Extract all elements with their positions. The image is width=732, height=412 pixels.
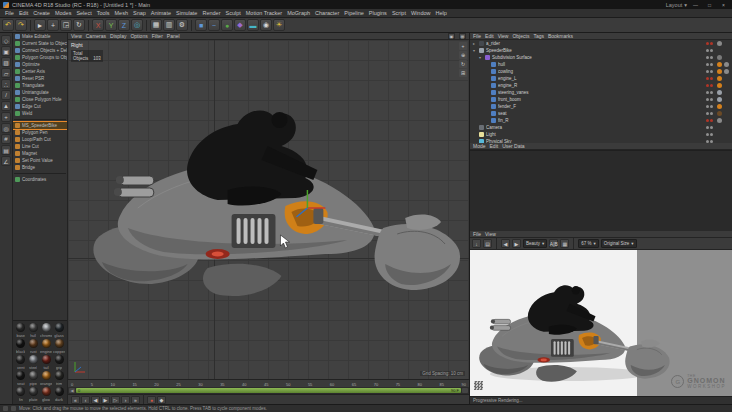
record-button[interactable]: ● (147, 396, 156, 404)
am-menu-item[interactable]: User Data (502, 143, 525, 149)
scale-tool[interactable]: ◲ (60, 19, 72, 31)
object-row[interactable]: fender_F (470, 103, 732, 110)
command-item[interactable]: Line Cut (13, 143, 67, 150)
maximize-button[interactable]: □ (704, 1, 715, 8)
add-spline-pen-button[interactable]: ~ (208, 19, 220, 31)
material-item[interactable]: vent (15, 355, 27, 370)
material-item[interactable]: orange (40, 371, 52, 386)
command-item[interactable]: Loop/Path Cut (13, 136, 67, 143)
command-item-selected[interactable]: MS_SpeederBike (13, 122, 67, 129)
command-item[interactable]: Make Editable (13, 33, 67, 40)
render-settings-button[interactable]: ⚙ (176, 19, 188, 31)
menu-item[interactable]: Help (436, 10, 447, 16)
object-row[interactable]: ▾SpeederBike (470, 47, 732, 54)
live-selection-tool[interactable]: ► (34, 19, 46, 31)
menu-item[interactable]: Modes (55, 10, 72, 16)
timeline-range-bar[interactable]: 0 90 F (76, 388, 461, 393)
tag[interactable] (724, 83, 729, 88)
points-mode-icon[interactable]: ∴ (1, 79, 11, 89)
polygons-mode-icon[interactable]: ▲ (1, 101, 11, 111)
keyframe-button[interactable]: ◆ (157, 396, 166, 404)
viewport-menu-item[interactable]: Panel (167, 33, 180, 39)
om-menu-item[interactable]: Bookmarks (548, 33, 573, 39)
command-item[interactable]: Bridge (13, 164, 67, 171)
material-item[interactable]: dark (53, 387, 65, 402)
tag[interactable] (724, 41, 729, 46)
x-axis-lock-button[interactable]: X (92, 19, 104, 31)
next-frame-button[interactable]: ▷ (111, 396, 120, 404)
menu-item[interactable]: Script (392, 10, 406, 16)
material-tag[interactable] (717, 62, 722, 67)
undo-icon[interactable]: ↶ (2, 19, 14, 31)
snap-toggle-icon[interactable]: # (1, 134, 11, 144)
om-menu-item[interactable]: Tags (533, 33, 544, 39)
menu-item[interactable]: Mesh (115, 10, 128, 16)
visibility-dots[interactable] (706, 63, 713, 66)
menu-item[interactable]: Window (411, 10, 431, 16)
material-item[interactable]: copper (53, 339, 65, 354)
menu-item[interactable]: File (5, 10, 14, 16)
am-menu-item[interactable]: Edit (490, 143, 499, 149)
viewport-solo-icon[interactable]: ◎ (1, 123, 11, 133)
move-tool[interactable]: + (47, 19, 59, 31)
expand-arrow[interactable]: ▸ (473, 41, 477, 46)
command-item[interactable]: Close Polygon Hole (13, 96, 67, 103)
tag[interactable] (724, 55, 729, 60)
command-item[interactable]: Untriangulate (13, 89, 67, 96)
prev-frame-button[interactable]: ◀ (91, 396, 100, 404)
y-axis-lock-button[interactable]: Y (105, 19, 117, 31)
object-row[interactable]: Camera (470, 124, 732, 131)
material-tag[interactable] (717, 97, 722, 102)
command-item[interactable]: Magnet (13, 150, 67, 157)
menu-item[interactable]: Plugins (369, 10, 387, 16)
close-button[interactable]: × (718, 1, 729, 8)
command-item[interactable]: Polygon Pen (13, 129, 67, 136)
object-row[interactable]: engine_R (470, 82, 732, 89)
menu-item[interactable]: Simulate (176, 10, 197, 16)
object-row[interactable]: cowling (470, 68, 732, 75)
add-light-button[interactable]: ☀ (273, 19, 285, 31)
object-row[interactable]: front_boom (470, 96, 732, 103)
rotate-view-icon[interactable]: ↻ (459, 60, 467, 68)
tag[interactable] (724, 69, 729, 74)
material-tag[interactable] (717, 76, 722, 81)
viewport-menu-item[interactable]: View (71, 33, 82, 39)
menu-item[interactable]: Select (76, 10, 91, 16)
object-row[interactable]: Light (470, 131, 732, 138)
menu-item[interactable]: Create (33, 10, 50, 16)
material-tag[interactable] (717, 90, 722, 95)
om-menu-item[interactable]: File (473, 33, 481, 39)
scroll-left-icon[interactable]: ◀ (69, 388, 75, 393)
material-item[interactable]: black (15, 339, 27, 354)
visibility-dots[interactable] (706, 126, 713, 129)
minimize-button[interactable]: — (690, 1, 701, 8)
add-primitive-cube-button[interactable]: ■ (195, 19, 207, 31)
3d-viewport[interactable]: Right Total Objects103 + ⊕ ↻ ⊞ (68, 40, 469, 379)
redo-icon[interactable]: ↷ (15, 19, 27, 31)
material-tag[interactable] (717, 111, 722, 116)
viewport-menu-item[interactable]: Filter (152, 33, 163, 39)
rotate-tool[interactable]: ↻ (73, 19, 85, 31)
workplane-lock-icon[interactable]: ▤ (1, 145, 11, 155)
speeder-bike-model[interactable] (68, 40, 469, 379)
command-item[interactable]: Weld (13, 110, 67, 117)
command-item[interactable]: Edge Cut (13, 103, 67, 110)
coordinate-system-toggle[interactable]: ◎ (131, 19, 143, 31)
edges-mode-icon[interactable]: / (1, 90, 11, 100)
material-tag[interactable] (717, 83, 722, 88)
play-button[interactable]: ▶ (101, 396, 110, 404)
tag[interactable] (724, 62, 729, 67)
goto-end-button[interactable]: » (131, 396, 140, 404)
visibility-dots[interactable] (706, 133, 713, 136)
command-item[interactable]: Connect Objects + Delete (13, 47, 67, 54)
tag[interactable] (724, 76, 729, 81)
visibility-dots[interactable] (706, 70, 713, 73)
model-mode-icon[interactable]: ▣ (1, 46, 11, 56)
material-item[interactable]: seat (15, 371, 27, 386)
menu-item[interactable]: Edit (19, 10, 28, 16)
om-menu-item[interactable]: View (498, 33, 509, 39)
object-row[interactable]: seat (470, 110, 732, 117)
command-item[interactable]: Optimize (13, 61, 67, 68)
material-item[interactable]: pipe (28, 371, 40, 386)
visibility-dots[interactable] (706, 84, 713, 87)
